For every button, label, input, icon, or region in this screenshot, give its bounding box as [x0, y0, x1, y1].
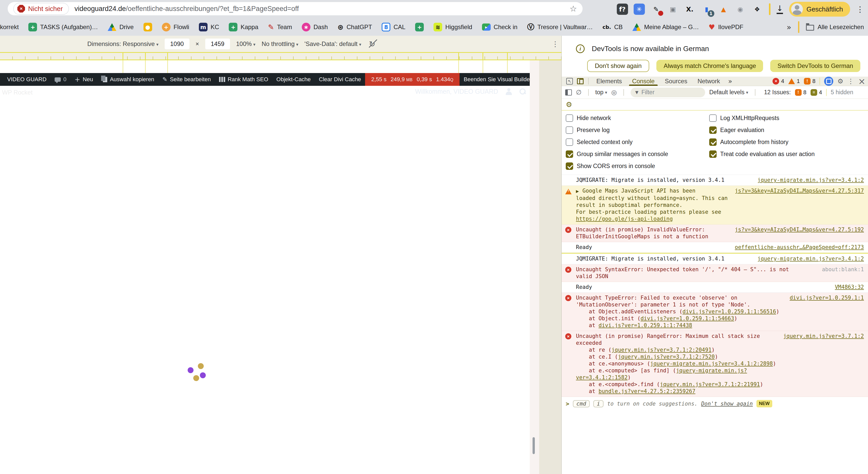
dont-show-again-button[interactable]: Don't show again: [587, 60, 649, 72]
all-bookmarks-button[interactable]: Alle Lesezeichen: [806, 24, 864, 31]
bookmark-star-icon[interactable]: ☆: [569, 4, 577, 13]
devtools-close-icon[interactable]: ×: [858, 77, 866, 86]
bookmark-item[interactable]: ∗Dash: [302, 23, 328, 31]
console-setting-log-xmlhttprequests[interactable]: Log XMLHttpRequests: [709, 114, 853, 122]
console-prompt[interactable]: > cmd i to turn on code suggestions. Don…: [562, 397, 868, 410]
checkbox-checked[interactable]: [566, 150, 573, 158]
source-link[interactable]: divi.js?ver=1.0.259.1:1:56516: [682, 308, 776, 315]
console-setting-eager-evaluation[interactable]: Eager evaluation: [709, 126, 853, 134]
console-sidebar-icon[interactable]: [565, 89, 572, 95]
bookmark-item[interactable]: Drive: [108, 23, 134, 31]
x-tool-icon[interactable]: Ⅹ.: [684, 4, 695, 15]
url-text[interactable]: videoguard24.de/oeffentliche-ausschreibu…: [74, 5, 299, 13]
security-chip[interactable]: × Nicht sicher: [13, 3, 69, 15]
search-icon[interactable]: [520, 88, 526, 95]
more-tabs-icon[interactable]: »: [725, 78, 735, 85]
message-source[interactable]: js?v=3&key=AIzaSyD4I…Maps&ver=4.27.5:317: [735, 187, 864, 194]
page-scrollbar[interactable]: [532, 437, 535, 454]
bookmark-item[interactable]: cb.CB: [602, 24, 623, 31]
fonts-helper-icon[interactable]: f?: [617, 4, 628, 15]
source-link[interactable]: divi.js?ver=1.0.259.1:1:54663: [641, 316, 734, 322]
message-source[interactable]: jquery-migrate.min.js?ver=3.4.1:2: [757, 256, 864, 262]
checkbox-checked[interactable]: [709, 126, 717, 134]
match-language-button[interactable]: Always match Chrome's language: [656, 60, 763, 72]
devtools-menu-icon[interactable]: ⋮: [847, 78, 854, 85]
context-selector[interactable]: top▾: [595, 89, 607, 96]
bookmarks-overflow-icon[interactable]: »: [786, 23, 791, 32]
console-setting-selected-context-only[interactable]: Selected context only: [566, 138, 709, 146]
bookmark-item[interactable]: ⓋTresore | Vaultwar…: [527, 22, 593, 32]
source-link[interactable]: bundle.js?ver=4.27.5:2:2359267: [599, 388, 695, 394]
console-setting-hide-network[interactable]: Hide network: [566, 114, 709, 122]
admin-object-cache[interactable]: Objekt-Cache: [272, 73, 315, 86]
tab-elements[interactable]: Elements: [591, 77, 627, 86]
toolbar-issues-errors[interactable]: !8: [795, 89, 806, 96]
google-photos-icon[interactable]: ▣: [667, 4, 679, 15]
prompt-dont-show-again[interactable]: Don't show again: [701, 401, 753, 407]
message-source[interactable]: jquery.min.js?ver=3.7.1:2: [783, 333, 864, 340]
browser-menu-icon[interactable]: ⋮: [856, 5, 864, 14]
device-toolbar-toggle-icon[interactable]: [577, 78, 584, 84]
admin-rank-math[interactable]: Rank Math SEO: [215, 73, 272, 86]
log-levels-selector[interactable]: Default levels▾: [709, 89, 748, 96]
checkbox-checked[interactable]: [709, 139, 717, 146]
screenshot-camera-icon[interactable]: ◉: [735, 4, 746, 15]
ai-assistance-icon[interactable]: [824, 77, 833, 86]
message-source[interactable]: divi.js?ver=1.0.259.1:1: [789, 294, 864, 301]
bookmark-item[interactable]: ♥IlovePDF: [709, 23, 743, 31]
query-monitor-stats[interactable]: 2,55 s 249,9 MB 0,39 s 1.434Q: [365, 73, 460, 86]
checkbox-checked[interactable]: [709, 150, 717, 158]
warning-count-badge[interactable]: 1: [788, 78, 800, 85]
bookmark-item[interactable]: +Kappa: [229, 23, 258, 31]
viewport-width-input[interactable]: 1090: [165, 38, 189, 49]
bookmark-item[interactable]: +: [415, 23, 424, 31]
devtools-settings-gear-icon[interactable]: ⚙: [837, 78, 843, 85]
error-count-badge[interactable]: ×4: [773, 78, 784, 85]
checkbox-checked[interactable]: [566, 162, 573, 170]
color-picker-pen-icon[interactable]: ✎: [650, 4, 662, 15]
admin-new[interactable]: + Neu: [70, 73, 97, 86]
live-expression-icon[interactable]: ◎: [611, 89, 617, 96]
bookmark-item[interactable]: 8CAL: [382, 23, 405, 31]
rotate-viewport-icon[interactable]: ↻: [369, 39, 375, 49]
toolbar-issues-warnings[interactable]: ≡4: [811, 89, 822, 96]
bookmark-item[interactable]: ▸Check in: [482, 24, 518, 31]
message-source[interactable]: VM4863:32: [835, 284, 864, 291]
bookmark-saver-icon[interactable]: ▮1: [701, 4, 712, 15]
source-link[interactable]: jquery-migrate.min.js?ver=3.4.1:2:1582: [576, 367, 747, 381]
tab-console[interactable]: Console: [627, 77, 660, 86]
console-setting-preserve-log[interactable]: Preserve log: [566, 126, 709, 134]
checkbox-unchecked[interactable]: [709, 114, 717, 122]
lighthouse-icon[interactable]: ▲: [718, 4, 729, 15]
hidden-messages-count[interactable]: 5 hidden: [831, 89, 853, 96]
issues-count-badge[interactable]: !8: [804, 78, 815, 85]
console-setting-treat-code-evaluation-as-user-action[interactable]: Treat code evaluation as user action: [709, 150, 853, 158]
admin-site-name[interactable]: VIDEO GUARD: [3, 73, 51, 86]
message-source[interactable]: jquery-migrate.min.js?ver=3.4.1:2: [757, 177, 864, 184]
tab-sources[interactable]: Sources: [660, 77, 692, 86]
source-link[interactable]: jquery-migrate.min.js?ver=3.4.1:2:2898: [650, 361, 773, 367]
extensions-puzzle-icon[interactable]: ❖: [752, 4, 763, 15]
admin-comments[interactable]: 0: [51, 73, 70, 86]
admin-copy-selection[interactable]: Auswahl kopieren: [97, 73, 158, 86]
source-link[interactable]: jquery.min.js?ver=3.7.1:2:7520: [618, 354, 715, 360]
console-setting-group-similar-messages-in-console[interactable]: Group similar messages in console: [566, 150, 709, 158]
throttling-select[interactable]: No throttling▾: [262, 40, 299, 48]
save-data-select[interactable]: 'Save-Data': default▾: [305, 40, 362, 48]
admin-clear-divi-cache[interactable]: Clear Divi Cache: [315, 73, 365, 86]
checkbox-unchecked[interactable]: [566, 126, 573, 134]
source-link[interactable]: jquery.min.js?ver=3.7.1:2:20491: [612, 347, 712, 353]
bookmark-item[interactable]: ✎Team: [268, 23, 292, 31]
console-filter-input[interactable]: ▼ Filter: [630, 88, 705, 97]
inspect-element-icon[interactable]: ↖: [566, 78, 573, 85]
downloads-icon[interactable]: ↓: [777, 5, 783, 14]
bookmark-item[interactable]: +Flowli: [162, 23, 189, 31]
clear-console-icon[interactable]: ∅: [576, 89, 582, 96]
console-setting-show-cors-errors-in-console[interactable]: Show CORS errors in console: [566, 162, 709, 170]
viewport-height-input[interactable]: 1459: [205, 38, 230, 49]
bookmark-item[interactable]: ⊛ChatGPT: [338, 23, 372, 31]
bookmark-item[interactable]: +TASKS (Aufgaben)…: [28, 23, 98, 31]
address-bar[interactable]: × Nicht sicher videoguard24.de/oeffentli…: [8, 2, 583, 15]
tab-network[interactable]: Network: [692, 77, 725, 86]
bookmark-item[interactable]: korrekt: [0, 24, 19, 31]
